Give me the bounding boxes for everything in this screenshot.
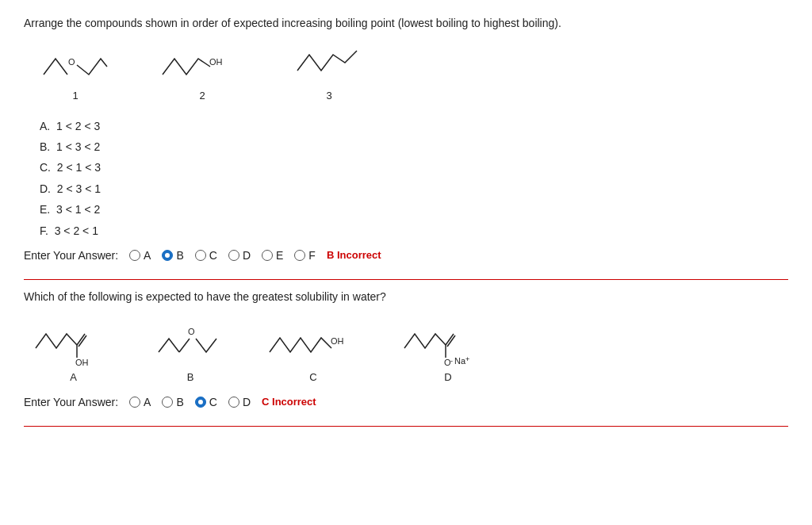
radio-C-1[interactable]: C	[195, 249, 217, 262]
compound-3: 3	[293, 43, 365, 102]
compound-2: OH 2	[159, 43, 246, 102]
question-2-block: Which of the following is expected to ha…	[24, 289, 788, 416]
radio-label-C-1: C	[209, 249, 217, 262]
option-C: C. 2 < 1 < 3	[40, 159, 788, 176]
svg-text:OH: OH	[331, 336, 344, 346]
compound-C-label: C	[309, 371, 316, 383]
option-F: F. 3 < 2 < 1	[40, 222, 788, 240]
compounds-row-2: OH A O B OH C	[32, 316, 788, 383]
question-2-text: Which of the following is expected to ha…	[24, 289, 788, 305]
radio-D-2[interactable]: D	[228, 396, 251, 408]
radio-circle-D-1[interactable]	[228, 250, 239, 261]
radio-C-2[interactable]: C	[195, 396, 217, 408]
radio-label-F-1: F	[308, 249, 316, 262]
option-A: A. 1 < 2 < 3	[40, 117, 788, 135]
feedback-1: B Incorrect	[327, 249, 381, 261]
compound-1-label: 1	[72, 90, 78, 102]
compound-1: O 1	[40, 43, 111, 102]
radio-label-B-2: B	[176, 396, 183, 408]
compound-A: OH A	[32, 316, 115, 383]
compounds-row-1: O 1 OH 2 3	[40, 43, 788, 102]
svg-text:+: +	[465, 355, 469, 363]
radio-label-D-2: D	[243, 396, 251, 408]
radio-label-A-1: A	[144, 249, 151, 262]
divider-2	[24, 426, 788, 427]
radio-circle-F-1[interactable]	[294, 250, 305, 261]
svg-text:O: O	[188, 327, 195, 336]
option-E: E. 3 < 1 < 2	[40, 201, 788, 218]
compound-B: O B	[155, 316, 226, 383]
radio-circle-A-2[interactable]	[129, 397, 140, 408]
option-B: B. 1 < 3 < 2	[40, 138, 788, 155]
svg-text:OH: OH	[209, 57, 223, 67]
svg-text:O: O	[68, 57, 75, 67]
radio-B-2[interactable]: B	[162, 396, 183, 408]
radio-circle-D-2[interactable]	[228, 397, 239, 408]
radio-circle-C-2[interactable]	[195, 397, 206, 408]
radio-F-1[interactable]: F	[294, 249, 316, 262]
radio-A-2[interactable]: A	[129, 396, 151, 408]
radio-label-E-1: E	[276, 249, 283, 262]
compound-2-label: 2	[199, 90, 205, 102]
compound-B-label: B	[187, 371, 194, 383]
compound-D: O - Na + D	[400, 316, 496, 383]
radio-circle-A-1[interactable]	[129, 250, 140, 261]
svg-line-6	[179, 339, 190, 352]
compound-3-label: 3	[326, 90, 331, 102]
answer-row-1: Enter Your Answer: A B C D E F B Incorre…	[24, 249, 788, 262]
option-D: D. 2 < 3 < 1	[40, 180, 788, 197]
radio-E-1[interactable]: E	[262, 249, 283, 262]
compound-A-label: A	[70, 371, 77, 383]
answer-label-1: Enter Your Answer:	[24, 249, 118, 262]
radio-circle-C-1[interactable]	[195, 250, 206, 261]
radio-B-1[interactable]: B	[162, 249, 183, 262]
radio-label-C-2: C	[209, 396, 217, 408]
radio-circle-B-2[interactable]	[162, 397, 173, 408]
radio-label-D-1: D	[243, 249, 251, 262]
svg-text:OH: OH	[75, 358, 89, 367]
divider-1	[24, 279, 788, 280]
radio-circle-B-1[interactable]	[162, 250, 173, 261]
compound-C: OH C	[266, 320, 361, 383]
question-1-text: Arrange the compounds shown in order of …	[24, 16, 788, 32]
radio-label-B-1: B	[176, 249, 183, 262]
svg-text:-: -	[450, 357, 453, 365]
answer-row-2: Enter Your Answer: A B C D C Incorrect	[24, 396, 788, 408]
radio-circle-E-1[interactable]	[262, 250, 273, 261]
svg-text:Na: Na	[454, 356, 466, 366]
compound-D-label: D	[444, 371, 451, 383]
answer-label-2: Enter Your Answer:	[24, 396, 118, 408]
feedback-2: C Incorrect	[262, 396, 316, 408]
radio-D-1[interactable]: D	[228, 249, 251, 262]
question-1-block: Arrange the compounds shown in order of …	[24, 16, 788, 270]
radio-A-1[interactable]: A	[129, 249, 151, 262]
options-list-1: A. 1 < 2 < 3 B. 1 < 3 < 2 C. 2 < 1 < 3 D…	[40, 117, 788, 240]
radio-label-A-2: A	[144, 396, 151, 408]
